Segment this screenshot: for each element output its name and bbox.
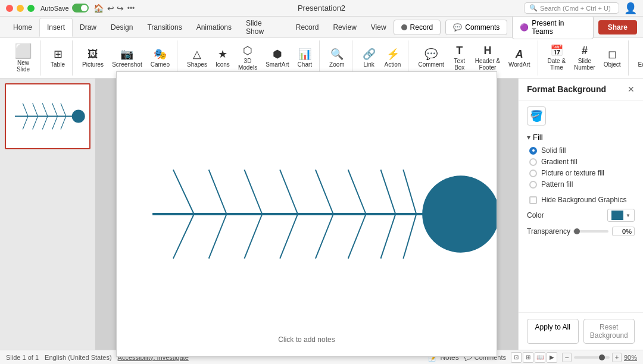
fill-options-icon[interactable]: 🪣 [527,106,546,125]
transparency-control: 0% [573,227,635,236]
cameo-button[interactable]: 🎭 Cameo [147,46,173,70]
icons-button[interactable]: ★ Icons [212,46,233,70]
canvas-area[interactable]: Click to add notes [95,79,518,350]
home-icon[interactable]: 🏠 [93,4,104,13]
picture-fill-option[interactable]: Picture or texture fill [529,169,635,177]
action-button[interactable]: ⚡ Action [381,46,405,70]
tab-animations[interactable]: Animations [189,18,239,36]
tab-design[interactable]: Design [104,18,140,36]
tab-transitions[interactable]: Transitions [140,18,189,36]
tab-slideshow[interactable]: Slide Show [239,14,289,40]
textbox-label: TextBox [454,58,465,71]
svg-line-6 [61,103,66,117]
table-button[interactable]: ⊞ Table [47,46,68,70]
tab-draw[interactable]: Draw [73,18,104,36]
zoom-out-button[interactable]: − [562,353,572,362]
comment-button[interactable]: 💬 Comment [414,46,447,70]
autosave-switch[interactable] [72,4,89,12]
object-button[interactable]: ◻ Object [600,46,625,70]
search-icon: 🔍 [529,4,538,12]
normal-view-button[interactable]: ⊡ [511,352,522,363]
reading-view-button[interactable]: 📖 [535,352,545,363]
screenshot-button[interactable]: 📷 Screenshot [108,46,146,70]
hide-bg-graphics-checkbox[interactable] [529,196,537,204]
tab-review[interactable]: Review [326,18,363,36]
header-footer-icon: H [483,45,491,56]
click-to-add-notes[interactable]: Click to add notes [278,335,335,344]
header-footer-button[interactable]: H Header &Footer [472,43,504,73]
zoom-slider[interactable] [574,356,610,359]
svg-line-18 [316,170,333,214]
color-row: Color ▼ [527,209,635,222]
reset-background-button[interactable]: Reset Background [583,319,635,344]
pictures-button[interactable]: 🖼 Pictures [79,46,107,70]
icons-icon: ★ [218,49,227,59]
tab-home[interactable]: Home [6,18,39,36]
link-label: Link [363,61,374,68]
wordart-label: WordArt [508,61,530,68]
transparency-value[interactable]: 0% [612,227,635,236]
panel-icon-row: 🪣 [527,106,635,125]
more-options-icon[interactable]: ••• [127,4,135,12]
slide-thumbnail-1[interactable]: 1 [5,83,90,149]
textbox-button[interactable]: T TextBox [449,43,470,73]
apply-to-all-button[interactable]: Apply to All [527,319,579,344]
pattern-fill-option[interactable]: Pattern fill [529,180,635,189]
pattern-fill-radio[interactable] [529,181,537,189]
svg-line-11 [61,117,66,130]
shapes-button[interactable]: △ Shapes [183,46,211,70]
toolbar-zoom-group: 🔍 Zoom [322,40,352,76]
user-icon[interactable]: 👤 [624,2,637,15]
slide-number-button[interactable]: # SlideNumber [570,43,599,73]
fill-section-toggle[interactable]: ▾ [527,133,530,142]
solid-fill-radio[interactable] [529,147,537,155]
solid-fill-option[interactable]: Solid fill [529,146,635,155]
solid-fill-label: Solid fill [541,146,566,155]
svg-line-17 [280,170,298,214]
picture-fill-label: Picture or texture fill [541,169,604,177]
color-swatch[interactable]: ▼ [607,209,635,222]
gradient-fill-option[interactable]: Gradient fill [529,158,635,166]
present-in-teams-button[interactable]: 🟣 Present in Teams [512,15,593,39]
panel-close-button[interactable]: ✕ [628,84,635,94]
tab-insert[interactable]: Insert [39,18,73,37]
tab-record[interactable]: Record [289,18,326,36]
chart-button[interactable]: 📊 Chart [294,46,316,70]
date-time-button[interactable]: 📅 Date &Time [544,43,570,73]
wordart-button[interactable]: A WordArt [505,46,534,70]
transparency-slider[interactable] [573,230,608,233]
zoom-in-button[interactable]: + [612,353,622,362]
minimize-button[interactable] [17,5,24,12]
comments-button[interactable]: 💬 Comments [445,20,507,35]
picture-fill-radio[interactable] [529,170,537,177]
slide-thumb-inner-1 [8,87,87,146]
slideshow-view-button[interactable]: ▶ [547,352,557,363]
zoom-thumb [599,354,605,360]
link-button[interactable]: 🔗 Link [358,46,380,70]
slide-canvas[interactable] [116,71,497,357]
redo-button[interactable]: ↪ [117,4,124,13]
svg-line-28 [380,214,395,259]
zoom-level[interactable]: 90% [624,354,637,361]
close-button[interactable] [6,5,13,12]
undo-button[interactable]: ↩ [107,4,114,13]
toolbar-text-group: 💬 Comment T TextBox H Header &Footer A W… [411,40,538,76]
search-box[interactable]: 🔍 Search (Cmd + Ctrl + U) [524,2,619,14]
share-button[interactable]: Share [598,20,637,34]
chart-icon: 📊 [298,49,311,59]
date-time-label: Date &Time [548,58,566,71]
maximize-button[interactable] [27,5,35,12]
zoom-button[interactable]: 🔍 Zoom [326,46,348,70]
table-label: Table [51,61,65,68]
traffic-lights [6,5,35,12]
autosave-toggle[interactable]: AutoSave [40,4,89,12]
equation-button[interactable]: π Equation [635,46,643,70]
new-slide-button[interactable]: ⬜ NewSlide [10,42,37,75]
record-button[interactable]: Record [394,20,441,35]
slide-sorter-button[interactable]: ⊞ [523,352,533,363]
tab-view[interactable]: View [364,18,394,36]
hide-bg-graphics-option[interactable]: Hide Background Graphics [527,196,635,204]
gradient-fill-radio[interactable] [529,158,537,166]
3d-models-button[interactable]: ⬡ 3DModels [235,43,261,73]
smartart-button[interactable]: ⬢ SmartArt [262,46,292,70]
